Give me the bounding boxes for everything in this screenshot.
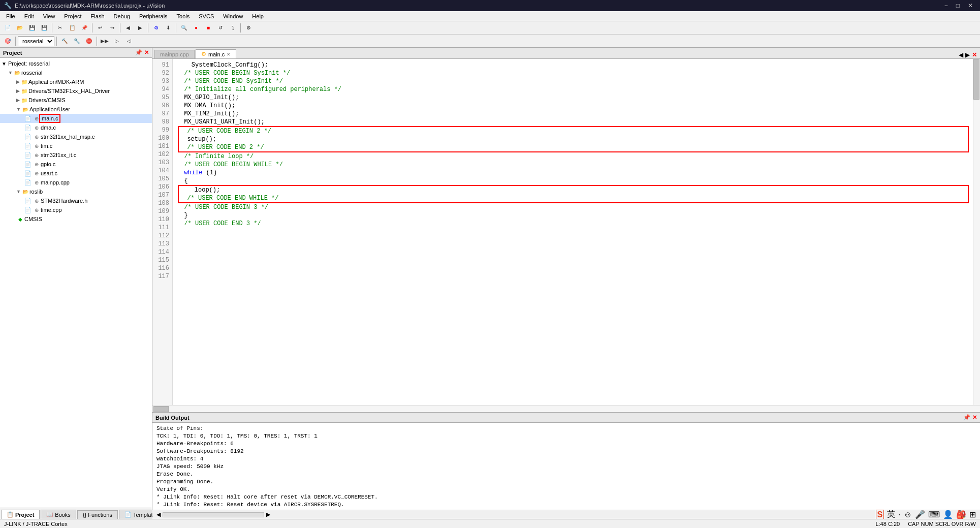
expand-arrow-roslib: ▼	[16, 189, 21, 194]
tree-item-main-c[interactable]: 📄⊕main.c	[0, 114, 152, 123]
menu-item-edit[interactable]: Edit	[20, 12, 38, 20]
paste-button[interactable]: 📌	[79, 23, 90, 33]
line-num-115: 115	[155, 256, 169, 264]
code-editor[interactable]: 9192939495969798991001011021031041051061…	[152, 59, 973, 405]
tree-item-mainpp-cpp[interactable]: 📄⊕mainpp.cpp	[0, 178, 152, 187]
code-content[interactable]: SystemClock_Config(); /* USER CODE BEGIN…	[173, 59, 973, 405]
line-num-96: 96	[155, 102, 169, 110]
tab-mainpp[interactable]: mainpp.cpp	[154, 50, 195, 58]
menu-item-project[interactable]: Project	[60, 12, 85, 20]
tree-item-drivers-cmsis[interactable]: ▶📁Drivers/CMSIS	[0, 96, 152, 105]
menu-item-help[interactable]: Help	[248, 12, 268, 20]
scroll-thumb[interactable]	[973, 59, 979, 100]
build-hscroll[interactable]	[163, 512, 264, 517]
proj-tab-books-tab[interactable]: 📖Books	[41, 510, 76, 519]
reset-button[interactable]: ↺	[215, 23, 226, 33]
tab-scroll-right[interactable]: ▶	[965, 51, 970, 58]
close-panel-icon[interactable]: ✕	[144, 49, 149, 56]
proj-tab-icon-functions-tab: {}	[83, 512, 86, 518]
menu-item-flash[interactable]: Flash	[87, 12, 109, 20]
line-num-106: 106	[155, 183, 169, 191]
save-all-button[interactable]: 💾	[39, 23, 50, 33]
target-dropdown[interactable]: rosserial	[18, 36, 54, 46]
proj-tab-icon-project-tab: 📋	[7, 511, 14, 518]
open-button[interactable]: 📂	[14, 23, 25, 33]
close-button[interactable]: ✕	[965, 2, 976, 9]
status-left: J-LINK / J-TRACE Cortex	[4, 521, 68, 527]
new-file-button[interactable]: 📄	[2, 23, 13, 33]
redo-button[interactable]: ↪	[107, 23, 118, 33]
build-scroll-right[interactable]: ▶	[266, 511, 270, 518]
step-over2-button[interactable]: ▷	[111, 36, 122, 46]
line-num-91: 91	[155, 61, 169, 69]
line-num-108: 108	[155, 199, 169, 207]
menu-item-view[interactable]: View	[39, 12, 59, 20]
menu-item-svcs[interactable]: SVCS	[195, 12, 218, 20]
build-scroll-left[interactable]: ◀	[156, 511, 161, 518]
cut-button[interactable]: ✂	[54, 23, 66, 33]
line-num-98: 98	[155, 118, 169, 126]
tab-scroll-left[interactable]: ◀	[959, 51, 963, 58]
expand-arrow-drivers-stm: ▶	[16, 88, 20, 94]
tree-item-app-user[interactable]: ▼📂Application/User	[0, 105, 152, 114]
nav-fwd-button[interactable]: ▶	[135, 23, 146, 33]
menu-item-window[interactable]: Window	[219, 12, 247, 20]
tree-item-root[interactable]: ▼Project: rosserial	[0, 59, 152, 68]
build-line: State of Pins:	[156, 425, 976, 432]
tree-item-dma-c[interactable]: 📄⊕dma.c	[0, 123, 152, 132]
menu-item-tools[interactable]: Tools	[173, 12, 194, 20]
tree-item-time-cpp[interactable]: 📄⊕time.cpp	[0, 205, 152, 214]
build-close-icon[interactable]: ✕	[972, 414, 977, 421]
tree-item-tim-c[interactable]: 📄⊕tim.c	[0, 141, 152, 150]
load-button[interactable]: ⬇	[163, 23, 174, 33]
editor-scrollbar-vertical[interactable]	[973, 59, 980, 405]
tree-item-cmsis[interactable]: ◆CMSIS	[0, 214, 152, 224]
settings-button[interactable]: ⚙	[243, 23, 254, 33]
nav-back-button[interactable]: ◀	[122, 23, 134, 33]
tree-item-stm32-msp[interactable]: 📄⊕stm32f1xx_hal_msp.c	[0, 132, 152, 141]
file-icon-mainpp-cpp: 📄	[24, 179, 31, 186]
status-right: L:48 C:20 CAP NUM SCRL OVR R/W	[875, 521, 976, 527]
step-over-button[interactable]: ⤵	[227, 23, 238, 33]
build-pin-icon[interactable]: 📌	[963, 414, 970, 421]
tree-item-usart-c[interactable]: 📄⊕usart.c	[0, 169, 152, 178]
tab-mainc[interactable]: ⚙ main.c ✕	[196, 49, 236, 58]
copy-button[interactable]: 📋	[67, 23, 78, 33]
minimize-button[interactable]: −	[941, 2, 951, 9]
rebuild-button[interactable]: 🔨	[59, 36, 70, 46]
h-scroll-thumb[interactable]	[153, 406, 169, 412]
menu-item-debug[interactable]: Debug	[110, 12, 134, 20]
build-incremental-button[interactable]: 🔧	[71, 36, 82, 46]
proj-tab-functions-tab[interactable]: {}Functions	[77, 510, 118, 519]
save-button[interactable]: 💾	[26, 23, 38, 33]
tab-mainc-close[interactable]: ✕	[227, 52, 231, 57]
tree-item-stm32-h[interactable]: 📄⊕STM32Hardware.h	[0, 196, 152, 205]
tree-item-stm32-it[interactable]: 📄⊕stm32f1xx_it.c	[0, 150, 152, 160]
tree-item-app-mdk[interactable]: ▶📁Application/MDK-ARM	[0, 77, 152, 86]
line-num-97: 97	[155, 110, 169, 118]
stop-button[interactable]: ■	[203, 23, 214, 33]
maximize-button[interactable]: □	[953, 2, 963, 9]
project-options-button[interactable]: 🎯	[2, 36, 13, 46]
build-button[interactable]: ⚙	[150, 23, 162, 33]
editor-scrollbar-horizontal[interactable]	[152, 405, 980, 412]
menu-item-peripherals[interactable]: Peripherals	[135, 12, 172, 20]
undo-button[interactable]: ↩	[94, 23, 106, 33]
tree-item-roslib[interactable]: ▼📂roslib	[0, 187, 152, 196]
tree-item-rosserial[interactable]: ▼📂rosserial	[0, 68, 152, 77]
stop-build-button[interactable]: ⛔	[83, 36, 94, 46]
proj-tab-project-tab[interactable]: 📋Project	[1, 510, 40, 519]
menu-item-file[interactable]: File	[2, 12, 19, 20]
project-tree: ▼Project: rosserial▼📂rosserial▶📁Applicat…	[0, 58, 152, 508]
tree-item-drivers-stm[interactable]: ▶📁Drivers/STM32F1xx_HAL_Driver	[0, 86, 152, 96]
step-out-button[interactable]: ◁	[123, 36, 135, 46]
debug-button[interactable]: 🔍	[178, 23, 189, 33]
tree-item-gpio-c[interactable]: 📄⊕gpio.c	[0, 160, 152, 169]
proj-tab-label-functions-tab: Functions	[88, 512, 112, 518]
run-button[interactable]: ●	[191, 23, 202, 33]
step-in-button[interactable]: ▶▶	[99, 36, 110, 46]
pin-icon[interactable]: 📌	[135, 49, 142, 56]
tray-grid-icon: ⊞	[969, 510, 976, 519]
build-line: Hardware-Breakpoints: 6	[156, 440, 976, 448]
tab-close-all[interactable]: ✕	[972, 51, 977, 58]
